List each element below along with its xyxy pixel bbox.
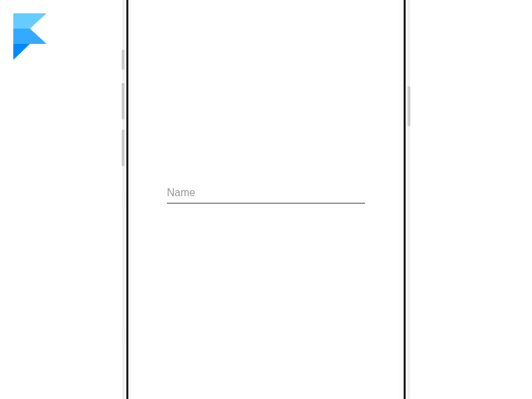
svg-marker-1 (13, 29, 47, 44)
phone-bezel-right (398, 0, 404, 399)
name-input[interactable] (167, 183, 365, 203)
phone-edge-right (404, 0, 406, 399)
phone-mockup (126, 0, 406, 399)
phone-bezel-left (128, 0, 134, 399)
phone-power-button (408, 86, 410, 126)
phone-screen (134, 0, 398, 399)
framer-logo-icon (13, 13, 47, 60)
framer-logo (13, 13, 47, 60)
phone-volume-up-button (122, 83, 124, 120)
phone-body (126, 0, 406, 399)
phone-mute-switch (122, 50, 124, 70)
phone-shadow-right (406, 0, 410, 399)
phone-volume-down-button (122, 130, 124, 166)
svg-marker-0 (13, 13, 47, 29)
name-input-wrapper (167, 183, 365, 203)
svg-marker-2 (13, 44, 30, 60)
